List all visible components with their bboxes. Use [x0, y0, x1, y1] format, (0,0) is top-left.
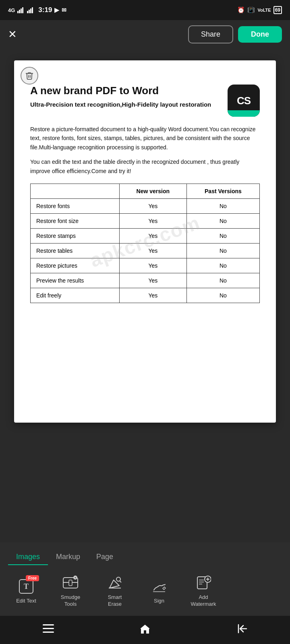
tool-smart-erase[interactable]: SmartErase — [93, 572, 137, 612]
table-header-new: New version — [119, 184, 186, 198]
svg-rect-0 — [17, 11, 19, 13]
table-cell-feature: Preview the results — [31, 273, 120, 288]
toolbar-items: Free T Edit Text + SmudgeTool — [0, 572, 290, 612]
svg-line-18 — [120, 581, 121, 582]
sign-label: Sign — [154, 598, 164, 605]
svg-rect-6 — [30, 8, 31, 13]
main-area: apkcrc.com A new brand PDF to Word Ultra… — [0, 48, 290, 542]
signal-bars-2 — [27, 7, 34, 13]
table-cell-feature: Restore tables — [31, 243, 120, 258]
table-cell-new: Yes — [119, 228, 186, 243]
svg-rect-1 — [19, 10, 20, 13]
top-bar-actions: Share Done — [188, 25, 282, 43]
svg-rect-4 — [27, 11, 28, 13]
nav-home-button[interactable] — [133, 621, 157, 637]
vibrate-icon: 📳 — [247, 6, 255, 14]
toolbar-tabs: Images Markup Page — [0, 550, 290, 565]
doc-subtitle: Ultra-Precision text recognition,High-Fi… — [30, 100, 220, 109]
app-logo-bar — [228, 110, 260, 117]
sign-icon-wrapper — [150, 578, 168, 595]
nav-bar — [0, 616, 290, 644]
nav-back-button[interactable] — [230, 621, 254, 637]
doc-header: A new brand PDF to Word Ultra-Precision … — [30, 85, 260, 117]
table-cell-new: Yes — [119, 243, 186, 258]
svg-rect-2 — [21, 8, 22, 13]
table-row: Restore stampsYesNo — [31, 228, 260, 243]
status-right: ⏰ 📳 VoLTE 69 — [237, 6, 282, 14]
table-row: Restore tablesYesNo — [31, 243, 260, 258]
smart-erase-label: SmartErase — [108, 594, 122, 608]
lte-indicator: VoLTE — [257, 8, 271, 12]
battery-indicator: 69 — [273, 6, 282, 14]
tab-page[interactable]: Page — [88, 550, 121, 565]
close-button[interactable]: ✕ — [8, 29, 17, 39]
table-cell-feature: Restore pictures — [31, 258, 120, 273]
table-cell-past: No — [186, 258, 259, 273]
table-cell-feature: Restore fonts — [31, 198, 120, 213]
free-badge: Free — [26, 575, 39, 581]
smart-erase-icon-wrapper — [106, 574, 124, 592]
doc-para-2: You can edit the text and the table dire… — [30, 157, 260, 175]
doc-main-title: A new brand PDF to Word — [30, 85, 220, 97]
bottom-toolbar: Images Markup Page Free T Edit Text — [0, 542, 290, 616]
table-cell-feature: Restore font size — [31, 213, 120, 228]
table-cell-new: Yes — [119, 258, 186, 273]
svg-rect-28 — [43, 628, 54, 629]
signal-bars-1 — [17, 7, 25, 13]
table-cell-past: No — [186, 288, 259, 303]
network-indicator: 4G — [8, 7, 15, 13]
alarm-icon: ⏰ — [237, 6, 245, 14]
table-row: Restore picturesYesNo — [31, 258, 260, 273]
tab-images[interactable]: Images — [8, 550, 48, 565]
nav-menu-button[interactable] — [36, 621, 60, 637]
table-row: Restore fontsYesNo — [31, 198, 260, 213]
table-row: Preview the resultsYesNo — [31, 273, 260, 288]
svg-rect-3 — [22, 7, 23, 13]
svg-point-17 — [116, 577, 120, 581]
document-view: apkcrc.com A new brand PDF to Word Ultra… — [14, 60, 276, 423]
table-row: Edit freelyYesNo — [31, 288, 260, 303]
tool-add-watermark[interactable]: AddWatermark — [181, 572, 226, 612]
table-cell-past: No — [186, 213, 259, 228]
smudge-tools-label: SmudgeTools — [61, 594, 80, 608]
table-cell-new: Yes — [119, 198, 186, 213]
table-cell-feature: Edit freely — [31, 288, 120, 303]
app-logo-text: CS — [237, 95, 251, 107]
tool-smudge-tools[interactable]: + SmudgeTools — [48, 572, 93, 612]
delete-button[interactable] — [21, 67, 38, 85]
doc-body: Restore a picture-formatted document to … — [30, 125, 260, 175]
table-cell-past: No — [186, 273, 259, 288]
svg-rect-29 — [43, 632, 54, 633]
email-icon: ✉ — [62, 7, 66, 13]
tool-edit-text[interactable]: Free T Edit Text — [4, 572, 48, 612]
app-logo: CS — [228, 85, 260, 117]
svg-text:+: + — [75, 576, 77, 580]
tool-sign[interactable]: Sign — [137, 572, 181, 612]
svg-text:T: T — [24, 582, 29, 590]
table-header-past: Past Versions — [186, 184, 259, 198]
smudge-tools-icon-wrapper: + — [62, 574, 79, 592]
done-button[interactable]: Done — [238, 26, 282, 43]
doc-para-1: Restore a picture-formatted document to … — [30, 125, 260, 152]
table-cell-new: Yes — [119, 288, 186, 303]
table-cell-past: No — [186, 198, 259, 213]
table-header-row: New version Past Versions — [31, 184, 260, 198]
table-cell-past: No — [186, 228, 259, 243]
status-left: 4G 3:19 ▶ ✉ — [8, 6, 66, 14]
tab-markup[interactable]: Markup — [48, 550, 88, 565]
edit-text-icon-wrapper: Free T — [17, 578, 35, 595]
svg-rect-13 — [69, 580, 72, 586]
add-watermark-label: AddWatermark — [191, 594, 216, 608]
add-watermark-icon-wrapper — [195, 574, 212, 592]
status-bar: 4G 3:19 ▶ ✉ ⏰ 📳 VoLTE 69 — [0, 0, 290, 20]
table-cell-feature: Restore stamps — [31, 228, 120, 243]
table-cell-new: Yes — [119, 273, 186, 288]
time-display: 3:19 — [38, 6, 52, 14]
edit-text-label: Edit Text — [16, 598, 36, 605]
table-row: Restore font sizeYesNo — [31, 213, 260, 228]
doc-title-block: A new brand PDF to Word Ultra-Precision … — [30, 85, 228, 109]
table-cell-new: Yes — [119, 213, 186, 228]
share-button[interactable]: Share — [188, 25, 233, 43]
youtube-icon: ▶ — [54, 6, 59, 14]
table-cell-past: No — [186, 243, 259, 258]
